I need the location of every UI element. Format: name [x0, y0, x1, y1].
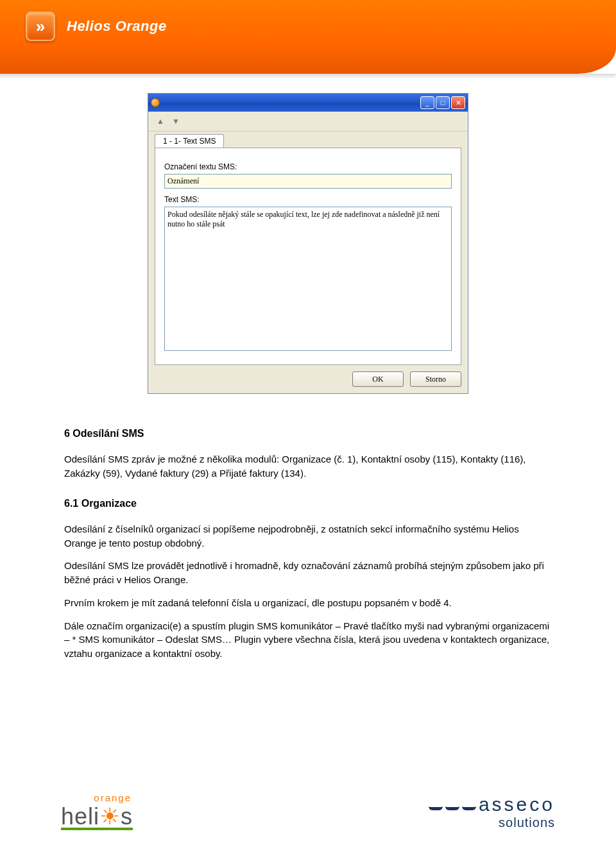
- heading-6-1: 6.1 Organizace: [64, 496, 552, 511]
- document-body: 6 Odesílání SMS Odesílání SMS zpráv je m…: [64, 426, 552, 661]
- sun-icon: ☀: [99, 803, 121, 830]
- dialog-titlebar: _ □ ✕: [148, 94, 468, 112]
- sms-text-dialog: _ □ ✕ ▲ ▼ 1 - 1- Text SMS Označení textu…: [148, 93, 468, 394]
- ok-button[interactable]: OK: [352, 371, 404, 387]
- tab-text-sms[interactable]: 1 - 1- Text SMS: [155, 134, 224, 148]
- label-sms-text: Text SMS:: [164, 195, 452, 204]
- helios-logo-text-post: s: [121, 803, 133, 830]
- arrow-up-icon[interactable]: ▲: [155, 115, 166, 127]
- asseco-mark-icon: [429, 799, 443, 810]
- asseco-logo-sub: solutions: [429, 815, 555, 830]
- page-header: » Helios Orange: [0, 0, 616, 74]
- asseco-mark-icon: [445, 799, 459, 810]
- minimize-button[interactable]: _: [420, 96, 434, 109]
- asseco-logo-name: asseco: [479, 794, 555, 815]
- sms-body-textarea[interactable]: [164, 207, 452, 351]
- maximize-button[interactable]: □: [436, 96, 450, 109]
- helios-logo-bottom: heli☀s: [61, 803, 133, 830]
- asseco-logo: asseco solutions: [429, 794, 555, 830]
- close-button[interactable]: ✕: [451, 96, 465, 109]
- sms-title-input[interactable]: [164, 174, 452, 189]
- helios-logo: orange heli☀s: [61, 792, 133, 830]
- heading-6: 6 Odesílání SMS: [64, 426, 552, 441]
- brand-title: Helios Orange: [67, 18, 167, 35]
- asseco-mark-icon: [462, 799, 476, 810]
- para-4: Prvním krokem je mít zadaná telefonní čí…: [64, 596, 552, 610]
- para-5: Dále označím organizaci(e) a spustím plu…: [64, 619, 552, 661]
- chevron-right-icon: »: [26, 12, 55, 41]
- arrow-down-icon[interactable]: ▼: [170, 115, 182, 127]
- para-1: Odesílání SMS zpráv je možné z několika …: [64, 452, 552, 481]
- app-icon: [151, 98, 160, 107]
- para-3: Odesílání SMS lze provádět jednotlivě i …: [64, 559, 552, 587]
- para-2: Odesílání z číselníků organizací si popí…: [64, 522, 552, 550]
- page-footer: orange heli☀s asseco solutions: [61, 792, 555, 830]
- cancel-button[interactable]: Storno: [410, 371, 461, 387]
- helios-logo-text-pre: heli: [61, 803, 99, 830]
- label-sms-title: Označení textu SMS:: [164, 162, 452, 171]
- helios-logo-top: orange: [61, 792, 132, 803]
